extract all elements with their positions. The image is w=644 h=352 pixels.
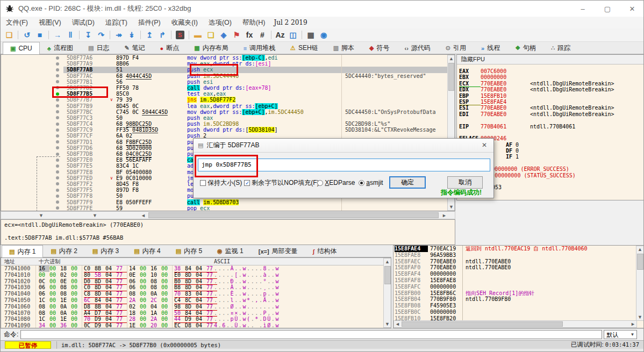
hex-byte[interactable]: 77	[116, 265, 127, 272]
tab-cpu[interactable]: ▣CPU	[3, 42, 40, 54]
disasm-row[interactable]: 5D8F77F9E8 050FFEFFcall im.5D8D8703	[1, 199, 455, 205]
tab-graph[interactable]: ♣流程图	[40, 42, 81, 54]
register-row[interactable]	[457, 117, 644, 123]
disasm-row-main[interactable]: 5D8F77B585C0test eax,eax	[63, 91, 455, 97]
hex-byte[interactable]: D0	[84, 278, 95, 285]
memory-row[interactable]: 77041090340036000CD904771E002000ECD80477…	[1, 322, 391, 328]
command-input[interactable]	[20, 330, 602, 339]
tab-breakpoints[interactable]: ●断点	[153, 42, 187, 54]
command-profile-select[interactable]: 默认▼	[604, 330, 637, 339]
hex-byte[interactable]: C8	[84, 291, 95, 297]
instruction-dot[interactable]	[56, 182, 59, 185]
disasm-row[interactable]: 5D8F77AB51push ecx	[1, 67, 455, 73]
hex-byte[interactable]: 77	[116, 310, 127, 317]
hex-byte[interactable]: 10	[151, 272, 161, 278]
hex-byte[interactable]: 0A	[60, 310, 71, 317]
breakpoint-gutter[interactable]	[53, 181, 63, 187]
instruction-dot[interactable]	[56, 195, 59, 198]
disasm-row[interactable]: 5D8F77B7∨79 39jns im.5D8F77F2	[1, 97, 455, 103]
hex-byte[interactable]: 02	[60, 272, 71, 278]
hex-byte[interactable]: 04	[196, 278, 206, 285]
stack-row[interactable]: 15E8FAF815E8FAE8	[393, 277, 644, 284]
hex-byte[interactable]: 77	[116, 304, 127, 310]
hex-byte[interactable]: 0A	[60, 304, 71, 310]
hex-byte[interactable]: 80	[84, 272, 95, 278]
menu-item[interactable]: 选项(O)	[203, 17, 237, 28]
flag-if[interactable]: IF 1	[506, 154, 519, 160]
hex-byte[interactable]: 00	[161, 304, 172, 310]
disasm-row-main[interactable]: 5D8F77B156push esi	[63, 79, 455, 85]
breakpoint-gutter[interactable]	[53, 187, 63, 193]
hex-byte[interactable]: 00	[39, 272, 49, 278]
instruction-dot[interactable]	[56, 159, 59, 162]
maximize-button[interactable]: ▢	[595, 1, 620, 17]
hex-byte[interactable]: 8D	[95, 278, 105, 285]
tab-trace[interactable]: ∴跟踪	[543, 42, 578, 54]
hex-byte[interactable]: 04	[151, 304, 161, 310]
hex-byte[interactable]: 04	[105, 291, 116, 297]
memory-row[interactable]: 7704106008000A00D88B047702000400988D0477…	[1, 304, 391, 310]
instruction-dot[interactable]	[56, 153, 59, 156]
register-row[interactable]: ESP15E8FAE4	[457, 99, 644, 105]
hex-byte[interactable]: 16	[151, 265, 161, 272]
disasm-row-main[interactable]: 5D8F77B2FF50 78call dword ptr ds:[eax+78…	[63, 85, 455, 91]
hex-byte[interactable]: 04	[105, 278, 116, 285]
hex-byte[interactable]: 00	[161, 310, 172, 317]
tab-notes[interactable]: ✎笔记	[117, 42, 152, 54]
memory-row[interactable]: 770410200C000E00D08D047706000800B08D0477…	[1, 278, 391, 285]
register-value[interactable]: 770B4061	[481, 124, 530, 130]
register-value[interactable]: 770EABE0	[481, 87, 530, 92]
hex-byte[interactable]: 00	[140, 310, 151, 317]
register-row[interactable]: EDX770EABE0<ntdll.DbgUiRemoteBreakin>	[457, 87, 644, 92]
breakpoint-gutter[interactable]	[53, 61, 63, 67]
internet-icon[interactable]: ◉	[318, 30, 330, 41]
run-to-user-code-icon[interactable]: ↱	[156, 30, 168, 41]
dialog-close-icon[interactable]: ✕	[477, 140, 491, 150]
instruction-dot[interactable]	[56, 134, 59, 138]
instruction-dot[interactable]	[56, 98, 59, 102]
breakpoint-gutter[interactable]	[53, 205, 63, 211]
hex-byte[interactable]: 08	[39, 310, 49, 317]
breakpoint-gutter[interactable]	[53, 121, 63, 127]
menu-item[interactable]: 帮助(H)	[237, 17, 270, 28]
hex-byte[interactable]: 00	[161, 278, 172, 285]
stack-row[interactable]: 15E8FAEC770EABE0ntdll.770EABE0	[393, 258, 644, 265]
disasm-row-main[interactable]: 5D8F77B7∨79 39jns im.5D8F77F2	[63, 97, 455, 103]
hex-byte[interactable]: EC	[174, 322, 185, 328]
stack-row[interactable]: 15E8FB0C00000000	[393, 309, 644, 315]
disasm-row[interactable]: 5D8F77A6897D F4mov dword ptr ss:[ebp-C],…	[1, 55, 455, 61]
tab-handles[interactable]: ❖句柄	[507, 42, 543, 54]
memory-row[interactable]: 770410801C001E0070D9047728002A0044D90477…	[1, 316, 391, 322]
hex-byte[interactable]: D9	[95, 322, 105, 328]
hex-byte[interactable]: 08	[60, 284, 71, 291]
hex-byte[interactable]: D9	[185, 316, 196, 322]
disasm-row-main[interactable]: 5D8F77C468 98BDC25Dpush im.5DC2BD985DC2B…	[63, 121, 455, 127]
hex-byte[interactable]: 08	[151, 284, 161, 291]
run-icon[interactable]: →	[52, 30, 63, 41]
step-over-icon[interactable]: ↷	[95, 30, 107, 41]
hex-byte[interactable]: 04	[105, 304, 116, 310]
hex-byte[interactable]: C0	[84, 284, 95, 291]
hex-byte[interactable]: D7	[95, 310, 105, 317]
hex-byte[interactable]: 77	[116, 291, 127, 297]
hex-byte[interactable]: 18	[129, 310, 140, 317]
close-button[interactable]: ✕	[620, 1, 644, 17]
instruction-dot[interactable]	[56, 74, 59, 77]
hex-byte[interactable]: 8D	[185, 272, 196, 278]
run-to-cursor-icon[interactable]: ↠	[113, 30, 125, 41]
tab-source[interactable]: ‹›源代码	[397, 42, 438, 54]
hex-byte[interactable]: 04	[196, 284, 206, 291]
hex-byte[interactable]: 70	[84, 316, 95, 322]
asmjit-radio[interactable]: asmjit	[359, 177, 383, 188]
hex-byte[interactable]: 04	[105, 322, 116, 328]
breakpoint-gutter[interactable]	[53, 163, 63, 169]
hex-byte[interactable]: 1C	[39, 297, 49, 304]
hex-byte[interactable]: 36	[60, 322, 71, 328]
restart-icon[interactable]: ↺	[21, 30, 33, 41]
hex-byte[interactable]: 2C	[151, 297, 161, 304]
register-value[interactable]: 007C6000	[481, 68, 506, 74]
tab-dump1[interactable]: ▤内存 1	[2, 245, 43, 257]
hide-fpu-button[interactable]: 隐藏FPU	[457, 55, 644, 64]
instruction-dot[interactable]	[56, 164, 59, 168]
calculator-icon[interactable]: ▦	[305, 30, 317, 41]
